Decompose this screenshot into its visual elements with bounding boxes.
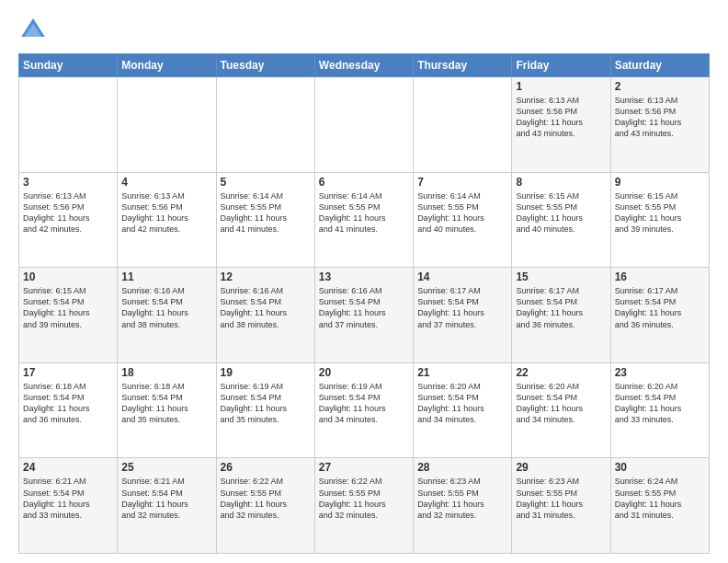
day-info: Sunrise: 6:21 AM Sunset: 5:54 PM Dayligh…	[23, 476, 113, 521]
day-number: 9	[615, 176, 705, 189]
day-number: 21	[417, 366, 507, 379]
day-cell: 28Sunrise: 6:23 AM Sunset: 5:55 PM Dayli…	[414, 458, 512, 554]
day-number: 16	[615, 270, 705, 283]
day-cell: 11Sunrise: 6:16 AM Sunset: 5:54 PM Dayli…	[118, 268, 216, 363]
day-cell: 17Sunrise: 6:18 AM Sunset: 5:54 PM Dayli…	[19, 362, 118, 458]
header	[18, 15, 710, 44]
day-number: 3	[23, 176, 113, 189]
day-cell: 13Sunrise: 6:16 AM Sunset: 5:54 PM Dayli…	[314, 268, 413, 363]
day-cell: 21Sunrise: 6:20 AM Sunset: 5:54 PM Dayli…	[414, 362, 512, 458]
day-number: 8	[516, 176, 606, 189]
day-cell: 24Sunrise: 6:21 AM Sunset: 5:54 PM Dayli…	[19, 458, 118, 554]
day-cell	[216, 77, 314, 173]
day-number: 22	[516, 366, 606, 379]
day-cell: 6Sunrise: 6:14 AM Sunset: 5:55 PM Daylig…	[314, 172, 413, 268]
header-cell-sunday: Sunday	[19, 54, 118, 77]
header-cell-wednesday: Wednesday	[314, 54, 413, 77]
day-number: 10	[23, 270, 113, 283]
header-cell-friday: Friday	[512, 54, 610, 77]
day-cell: 5Sunrise: 6:14 AM Sunset: 5:55 PM Daylig…	[216, 172, 314, 268]
day-info: Sunrise: 6:23 AM Sunset: 5:55 PM Dayligh…	[516, 476, 606, 521]
day-cell	[414, 77, 512, 173]
week-row-3: 17Sunrise: 6:18 AM Sunset: 5:54 PM Dayli…	[19, 362, 710, 458]
day-cell: 25Sunrise: 6:21 AM Sunset: 5:54 PM Dayli…	[118, 458, 216, 554]
day-number: 15	[516, 270, 606, 283]
week-row-0: 1Sunrise: 6:13 AM Sunset: 5:56 PM Daylig…	[19, 77, 710, 173]
day-cell: 22Sunrise: 6:20 AM Sunset: 5:54 PM Dayli…	[512, 362, 610, 458]
day-cell: 14Sunrise: 6:17 AM Sunset: 5:54 PM Dayli…	[414, 268, 512, 363]
calendar-header: SundayMondayTuesdayWednesdayThursdayFrid…	[19, 54, 710, 77]
week-row-2: 10Sunrise: 6:15 AM Sunset: 5:54 PM Dayli…	[19, 268, 710, 363]
day-info: Sunrise: 6:22 AM Sunset: 5:55 PM Dayligh…	[319, 476, 409, 521]
day-number: 13	[319, 270, 409, 283]
day-cell: 8Sunrise: 6:15 AM Sunset: 5:55 PM Daylig…	[512, 172, 610, 268]
day-number: 14	[417, 270, 507, 283]
day-cell: 30Sunrise: 6:24 AM Sunset: 5:55 PM Dayli…	[610, 458, 709, 554]
day-cell	[314, 77, 413, 173]
day-cell: 4Sunrise: 6:13 AM Sunset: 5:56 PM Daylig…	[118, 172, 216, 268]
day-number: 1	[516, 80, 606, 93]
day-cell: 19Sunrise: 6:19 AM Sunset: 5:54 PM Dayli…	[216, 362, 314, 458]
day-info: Sunrise: 6:23 AM Sunset: 5:55 PM Dayligh…	[417, 476, 507, 521]
calendar-body: 1Sunrise: 6:13 AM Sunset: 5:56 PM Daylig…	[19, 77, 710, 554]
day-number: 2	[615, 80, 705, 93]
day-number: 24	[23, 461, 113, 474]
day-info: Sunrise: 6:16 AM Sunset: 5:54 PM Dayligh…	[319, 285, 409, 330]
day-number: 12	[221, 270, 311, 283]
day-number: 6	[319, 176, 409, 189]
day-cell: 23Sunrise: 6:20 AM Sunset: 5:54 PM Dayli…	[610, 362, 709, 458]
week-row-1: 3Sunrise: 6:13 AM Sunset: 5:56 PM Daylig…	[19, 172, 710, 268]
day-info: Sunrise: 6:18 AM Sunset: 5:54 PM Dayligh…	[23, 381, 113, 426]
day-number: 17	[23, 366, 113, 379]
day-number: 19	[221, 366, 311, 379]
calendar-table: SundayMondayTuesdayWednesdayThursdayFrid…	[18, 53, 710, 554]
header-cell-thursday: Thursday	[414, 54, 512, 77]
day-number: 18	[121, 366, 211, 379]
day-cell: 2Sunrise: 6:13 AM Sunset: 5:56 PM Daylig…	[610, 77, 709, 173]
day-cell: 1Sunrise: 6:13 AM Sunset: 5:56 PM Daylig…	[512, 77, 610, 173]
day-cell: 26Sunrise: 6:22 AM Sunset: 5:55 PM Dayli…	[216, 458, 314, 554]
day-info: Sunrise: 6:24 AM Sunset: 5:55 PM Dayligh…	[615, 476, 705, 521]
day-info: Sunrise: 6:15 AM Sunset: 5:55 PM Dayligh…	[615, 190, 705, 236]
day-number: 7	[417, 176, 507, 189]
day-number: 11	[121, 270, 211, 283]
header-cell-saturday: Saturday	[610, 54, 709, 77]
day-cell: 29Sunrise: 6:23 AM Sunset: 5:55 PM Dayli…	[512, 458, 610, 554]
day-info: Sunrise: 6:17 AM Sunset: 5:54 PM Dayligh…	[417, 285, 507, 330]
day-number: 4	[121, 176, 211, 189]
page: SundayMondayTuesdayWednesdayThursdayFrid…	[0, 0, 728, 563]
day-number: 28	[417, 461, 507, 474]
day-info: Sunrise: 6:13 AM Sunset: 5:56 PM Dayligh…	[121, 190, 211, 236]
day-number: 23	[615, 366, 705, 379]
day-info: Sunrise: 6:14 AM Sunset: 5:55 PM Dayligh…	[417, 190, 507, 236]
week-row-4: 24Sunrise: 6:21 AM Sunset: 5:54 PM Dayli…	[19, 458, 710, 554]
day-number: 5	[221, 176, 311, 189]
day-cell: 16Sunrise: 6:17 AM Sunset: 5:54 PM Dayli…	[610, 268, 709, 363]
header-cell-tuesday: Tuesday	[216, 54, 314, 77]
day-info: Sunrise: 6:15 AM Sunset: 5:54 PM Dayligh…	[23, 285, 113, 330]
day-info: Sunrise: 6:14 AM Sunset: 5:55 PM Dayligh…	[319, 190, 409, 236]
day-info: Sunrise: 6:17 AM Sunset: 5:54 PM Dayligh…	[516, 285, 606, 330]
day-number: 30	[615, 461, 705, 474]
day-number: 27	[319, 461, 409, 474]
logo	[18, 15, 51, 44]
day-cell	[19, 77, 118, 173]
day-cell: 12Sunrise: 6:16 AM Sunset: 5:54 PM Dayli…	[216, 268, 314, 363]
day-info: Sunrise: 6:15 AM Sunset: 5:55 PM Dayligh…	[516, 190, 606, 236]
day-info: Sunrise: 6:21 AM Sunset: 5:54 PM Dayligh…	[121, 476, 211, 521]
day-info: Sunrise: 6:13 AM Sunset: 5:56 PM Dayligh…	[615, 95, 705, 140]
day-info: Sunrise: 6:19 AM Sunset: 5:54 PM Dayligh…	[221, 381, 311, 426]
day-cell	[118, 77, 216, 173]
day-number: 26	[221, 461, 311, 474]
day-cell: 10Sunrise: 6:15 AM Sunset: 5:54 PM Dayli…	[19, 268, 118, 363]
day-cell: 15Sunrise: 6:17 AM Sunset: 5:54 PM Dayli…	[512, 268, 610, 363]
day-number: 20	[319, 366, 409, 379]
day-cell: 20Sunrise: 6:19 AM Sunset: 5:54 PM Dayli…	[314, 362, 413, 458]
day-info: Sunrise: 6:17 AM Sunset: 5:54 PM Dayligh…	[615, 285, 705, 330]
day-info: Sunrise: 6:19 AM Sunset: 5:54 PM Dayligh…	[319, 381, 409, 426]
day-info: Sunrise: 6:20 AM Sunset: 5:54 PM Dayligh…	[615, 381, 705, 426]
day-number: 25	[121, 461, 211, 474]
header-row: SundayMondayTuesdayWednesdayThursdayFrid…	[19, 54, 710, 77]
day-info: Sunrise: 6:16 AM Sunset: 5:54 PM Dayligh…	[121, 285, 211, 330]
day-cell: 18Sunrise: 6:18 AM Sunset: 5:54 PM Dayli…	[118, 362, 216, 458]
